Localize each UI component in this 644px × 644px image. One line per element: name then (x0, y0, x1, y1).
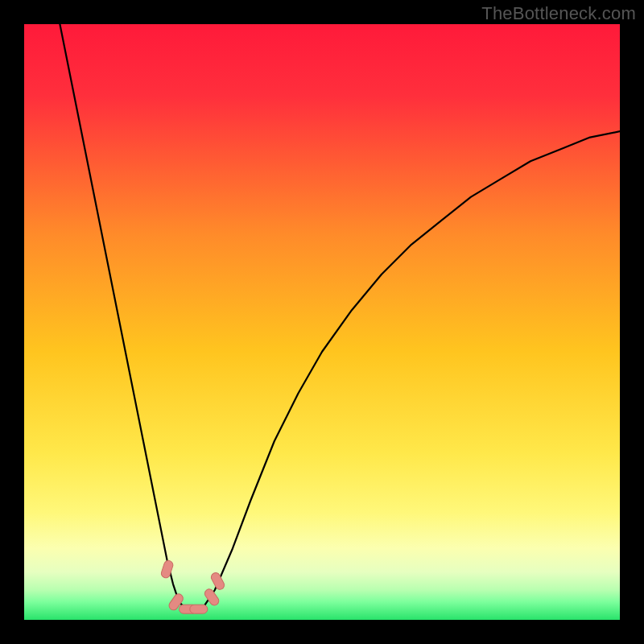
chart-frame: TheBottleneck.com (0, 0, 644, 644)
valley-marker-3 (190, 605, 208, 613)
curve-markers (160, 559, 226, 613)
curve-layer (24, 24, 620, 620)
watermark-text: TheBottleneck.com (481, 3, 636, 24)
valley-marker-0 (160, 559, 174, 579)
curve-series (60, 24, 620, 611)
valley-marker-5 (209, 572, 225, 592)
series-left-branch (60, 24, 184, 608)
series-right-branch (203, 131, 620, 608)
plot-area (24, 24, 620, 620)
